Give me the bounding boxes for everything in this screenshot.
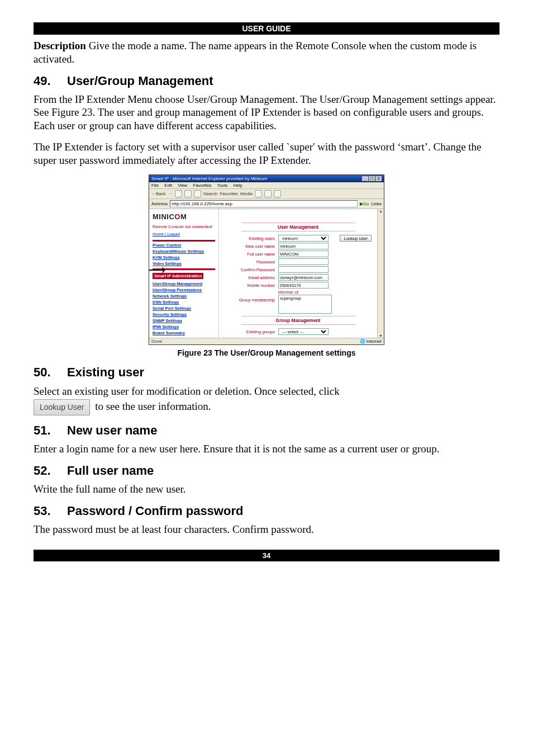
- figure-23: ⟶ Smart IP - Microsoft Internet Explorer…: [34, 174, 499, 345]
- nav-user-group-perm[interactable]: User/Group Permissions: [153, 287, 215, 292]
- menu-tools[interactable]: Tools: [217, 183, 228, 188]
- ie-window: Smart IP - Microsoft Internet Explorer p…: [149, 174, 384, 345]
- nav-serial-port[interactable]: Serial Port Settings: [153, 306, 215, 311]
- ie-menubar[interactable]: File Edit View Favorites Tools Help: [149, 182, 384, 189]
- lbl-new-user: New user name: [225, 244, 278, 249]
- nav-snmp[interactable]: SNMP Settings: [153, 318, 215, 323]
- section-50-title: Existing user: [67, 365, 144, 379]
- toolbar-refresh-icon[interactable]: [184, 190, 192, 197]
- scrollbar[interactable]: ▲▼: [377, 209, 384, 338]
- section-52-p: Write the full name of the new user.: [34, 483, 499, 496]
- toolbar-search[interactable]: Search: [203, 191, 217, 196]
- input-full-user[interactable]: [278, 251, 329, 257]
- nav-ipmi[interactable]: IPMI Settings: [153, 324, 215, 329]
- toolbar-fwd-icon[interactable]: →: [168, 191, 173, 196]
- section-52-heading: 52.Full user name: [34, 464, 499, 478]
- lookup-user-inline-button: Lookup User: [34, 399, 90, 416]
- menu-file[interactable]: File: [151, 183, 159, 188]
- section-51-num: 51.: [34, 423, 67, 438]
- panel-title-user-mgmt: User Management: [241, 223, 355, 231]
- section-52-num: 52.: [34, 464, 67, 478]
- links-label[interactable]: Links: [371, 201, 382, 206]
- section-50-heading: 50.Existing user: [34, 365, 499, 380]
- panel-title-group-mgmt: Group Management: [241, 316, 355, 325]
- member-of-label: Member of: [278, 290, 372, 295]
- section-50-p1: Select an existing user for modification…: [34, 385, 340, 397]
- menu-help[interactable]: Help: [234, 183, 242, 188]
- input-new-user[interactable]: [278, 243, 329, 249]
- select-existing-users[interactable]: minicom: [278, 235, 329, 242]
- select-existing-groups[interactable]: --- select ---: [278, 328, 329, 335]
- go-button[interactable]: ▶Go: [360, 201, 369, 206]
- lbl-existing-groups: Existing groups: [225, 329, 278, 334]
- section-49-num: 49.: [34, 74, 67, 88]
- section-49-title: User/Group Management: [67, 74, 213, 88]
- lbl-existing-users: Existing users: [225, 236, 278, 241]
- status-done: Done: [151, 339, 162, 344]
- toolbar-history-icon[interactable]: [255, 190, 262, 197]
- intro-paragraph: Description Give the mode a name. The na…: [34, 39, 499, 66]
- header-bar: USER GUIDE: [34, 22, 499, 35]
- intro-text: Give the mode a name. The name appears i…: [34, 40, 477, 65]
- nav-user-group-mgmt[interactable]: User/Group Management: [153, 281, 215, 286]
- window-buttons: _▢X: [361, 176, 382, 181]
- ie-statusbar: Done 🌐 Internet: [149, 338, 384, 344]
- menu-view[interactable]: View: [178, 183, 187, 188]
- intro-bold: Description: [34, 40, 86, 51]
- nav-kvm-settings[interactable]: KVM Settings: [153, 255, 215, 260]
- toolbar-back[interactable]: ←Back: [151, 191, 166, 196]
- menu-favorites[interactable]: Favorites: [193, 183, 212, 188]
- address-label: Address: [151, 201, 168, 206]
- lbl-password: Password: [225, 259, 278, 264]
- main-panel: User Management Existing users minicom L…: [219, 209, 377, 338]
- close-icon[interactable]: X: [375, 176, 382, 181]
- section-50-p2: to see the user information.: [92, 400, 211, 412]
- scroll-down-icon[interactable]: ▼: [378, 334, 384, 338]
- section-49-p1: From the IP Extender Menu choose User/Gr…: [34, 93, 499, 133]
- console-status: Remote Console not connected!: [153, 224, 215, 229]
- nav-board-summary[interactable]: Board Summary: [153, 330, 215, 336]
- input-email[interactable]: [278, 274, 329, 281]
- scroll-up-icon[interactable]: ▲: [378, 209, 384, 213]
- toolbar-stop-icon[interactable]: [175, 190, 182, 197]
- ie-window-title: Smart IP - Microsoft Internet Explorer p…: [151, 176, 267, 181]
- toolbar-mail-icon[interactable]: [264, 190, 272, 197]
- nav-keyboard-mouse[interactable]: Keyboard/Mouse Settings: [153, 249, 215, 254]
- nav-dsn-settings[interactable]: DSN Settings: [153, 300, 215, 305]
- lbl-email: Email address: [225, 275, 278, 280]
- nav-security[interactable]: Security Settings: [153, 312, 215, 317]
- section-51-title: New user name: [67, 423, 157, 437]
- footer-page-number: 34: [34, 550, 499, 561]
- section-53-heading: 53.Password / Confirm password: [34, 504, 499, 518]
- section-52-title: Full user name: [67, 464, 154, 478]
- listbox-member-of[interactable]: supergroup: [278, 295, 332, 314]
- section-53-title: Password / Confirm password: [67, 504, 243, 518]
- nav-update-firmware[interactable]: Update Firmware: [153, 337, 215, 338]
- figure-23-caption: Figure 23 The User/Group Management sett…: [34, 348, 499, 357]
- address-url[interactable]: http://192.168.0.225/home.asp: [170, 200, 357, 207]
- nav-home-logout[interactable]: Home | Logout: [153, 231, 215, 237]
- toolbar-home-icon[interactable]: [194, 190, 201, 197]
- ie-addressbar[interactable]: Address http://192.168.0.225/home.asp ▶G…: [149, 199, 384, 209]
- section-51-p: Enter a login name for a new user here. …: [34, 442, 499, 456]
- menu-edit[interactable]: Edit: [164, 183, 172, 188]
- section-49-p2: The IP Extender is factory set with a su…: [34, 140, 499, 167]
- input-confirm-password[interactable]: [278, 266, 329, 273]
- lbl-group-membership: Group membership: [225, 290, 278, 303]
- section-50-body: Select an existing user for modification…: [34, 384, 499, 415]
- input-mobile[interactable]: [278, 282, 329, 289]
- toolbar-favorites[interactable]: Favorites: [220, 191, 238, 196]
- section-53-p: The password must be at least four chara…: [34, 523, 499, 536]
- lbl-confirm-password: Confirm Password: [225, 267, 278, 272]
- nav-network-settings[interactable]: Network Settings: [153, 294, 215, 299]
- callout-arrow-icon: ⟶: [148, 263, 166, 277]
- maximize-icon[interactable]: ▢: [369, 176, 375, 181]
- input-password[interactable]: [278, 258, 329, 265]
- toolbar-media[interactable]: Media: [240, 191, 253, 196]
- toolbar-print-icon[interactable]: [274, 190, 281, 197]
- lookup-user-button[interactable]: Lookup User: [340, 235, 372, 242]
- minimize-icon[interactable]: _: [362, 176, 368, 181]
- nav-power-control[interactable]: Power Control: [153, 243, 215, 248]
- ie-toolbar[interactable]: ←Back → Search Favorites Media: [149, 189, 384, 199]
- ie-content: MINICOM Remote Console not connected! Ho…: [149, 209, 384, 338]
